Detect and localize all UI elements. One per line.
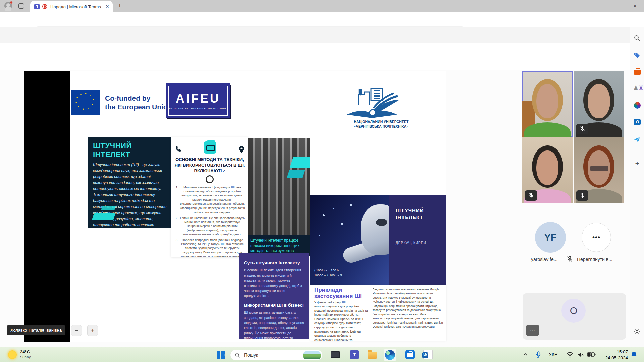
aifeu-logo: AIFEU AI in the EU Financial Institution… xyxy=(166,83,230,118)
weather-sun-icon[interactable] xyxy=(8,350,17,359)
presenter-name-label: Холявко Наталія Іванівна xyxy=(7,325,65,335)
start-button[interactable] xyxy=(217,351,225,359)
slide-methods: ОСНОВНІ МЕТОДИ ТА ТЕХНІКИ, ЯКІ ВИКОРИСТО… xyxy=(171,137,248,257)
tab-close-icon[interactable]: ✕ xyxy=(105,4,110,9)
weather-condition[interactable]: Sunny xyxy=(20,355,31,359)
examples-title-line1: Приклади xyxy=(314,287,342,293)
microsoft365-icon[interactable] xyxy=(633,102,641,110)
briefcase-icon xyxy=(204,141,216,154)
participant-video-tile[interactable] xyxy=(574,137,624,203)
taskbar-app-word-icon[interactable] xyxy=(423,350,433,360)
slide-examples: Приклади застосування ШІ У фінансовій сф… xyxy=(310,285,446,341)
view-more-participants-button[interactable]: ••• xyxy=(582,223,611,252)
circle-decoration xyxy=(206,175,214,183)
eu-cofunded-text: Co-funded by the European Union xyxy=(105,94,172,112)
taskbar-app-edge-icon[interactable] xyxy=(385,350,395,360)
edge-window: Нарада | Microsoft Teams ✕ + — ✕ https:/… xyxy=(0,0,644,362)
weather-temperature[interactable]: 24°C xyxy=(20,349,30,354)
meeting-stage: Co-funded by the European Union AIFEU AI… xyxy=(0,70,630,347)
sidebar-divider xyxy=(633,322,642,322)
slide-robot: ( 100² ) a + 100 b 10000 a + 100 b - 5 Ш… xyxy=(310,195,446,285)
university-logo: НАЦІОНАЛЬНИЙ УНІВЕРСИТЕТ «ЧЕРНІГІВСЬКА П… xyxy=(340,84,422,135)
taskbar-app-desktop-icon[interactable] xyxy=(331,350,341,360)
eu-flag-logo xyxy=(71,90,100,115)
list-item: Машинне навчання: Це підгалузь ШІ, яка с… xyxy=(179,185,246,215)
taskbar-app-explorer-icon[interactable] xyxy=(368,350,378,360)
wifi-icon[interactable] xyxy=(566,351,574,358)
zoom-out-button[interactable]: − xyxy=(71,325,82,336)
taskbar-app-store-icon[interactable] xyxy=(405,350,415,360)
window-close-button[interactable]: ✕ xyxy=(631,3,639,9)
slide-essence: Суть штучного інтелекту В основі ШІ лежи… xyxy=(239,253,309,339)
city-photo xyxy=(248,138,310,242)
notification-bell-icon[interactable] xyxy=(631,351,637,358)
language-indicator[interactable]: УКР xyxy=(549,352,557,357)
add-sidebar-app-icon[interactable]: + xyxy=(633,160,641,168)
taskbar-app-teams-icon[interactable]: T xyxy=(350,350,360,360)
workspaces-icon[interactable] xyxy=(18,3,24,9)
search-icon[interactable] xyxy=(633,34,641,42)
browser-addressbar: https://teams.microsoft.com/v2/?meetingj… xyxy=(0,12,644,27)
sidebar-divider xyxy=(633,150,642,150)
tray-mic-icon[interactable] xyxy=(535,351,541,358)
robot-slide-title: ШТУЧНИЙ ІНТЕЛЕКТ xyxy=(396,207,426,221)
clock[interactable]: 15:07 24.05.2024 xyxy=(600,349,628,361)
mic-muted-icon xyxy=(567,256,573,262)
time: 15:07 xyxy=(600,349,628,355)
games-icon[interactable]: ♟♜ xyxy=(633,84,641,93)
participant-avatar: O xyxy=(561,299,586,323)
participant-video-tile[interactable] xyxy=(574,71,624,137)
mic-muted-icon xyxy=(576,190,588,201)
examples-body: У фінансовій сфері ШІ використовується д… xyxy=(314,300,369,341)
examples-side-text: Завдяки технологіям машинного навчання G… xyxy=(373,287,444,329)
view-more-label: Переглянути в... xyxy=(577,257,612,262)
university-emblem-icon xyxy=(340,84,404,120)
window-minimize-button[interactable]: — xyxy=(590,3,598,9)
outlook-icon[interactable]: O xyxy=(633,119,641,127)
shopping-icon[interactable] xyxy=(633,52,641,60)
tab-recording-icon xyxy=(42,4,47,9)
window-maximize-button[interactable] xyxy=(611,3,619,9)
volume-muted-icon[interactable] xyxy=(577,351,584,358)
shared-screen-letterbox xyxy=(24,71,70,342)
overflow-participant-tile[interactable]: O ... xyxy=(523,293,626,340)
edge-sidebar: ♟♜ O + xyxy=(630,27,644,347)
browser-tab[interactable]: Нарада | Microsoft Teams ✕ xyxy=(30,1,113,12)
search-daily-image[interactable] xyxy=(303,351,321,359)
essence-text: В основі ШІ лежить ідея створення машин,… xyxy=(244,268,304,298)
new-tab-button[interactable]: + xyxy=(116,3,123,9)
mic-muted-icon xyxy=(576,124,588,134)
send-plane-icon[interactable] xyxy=(633,136,641,144)
taskbar-search[interactable]: Пошук xyxy=(230,350,323,360)
location-pin-icon xyxy=(238,145,245,154)
robot-slide-authors: ДЕРКАЧ, КИРЕЙ xyxy=(396,241,446,245)
date: 24.05.2024 xyxy=(600,355,628,361)
gear-icon[interactable] xyxy=(633,328,641,336)
methods-title: ОСНОВНІ МЕТОДИ ТА ТЕХНІКИ, ЯКІ ВИКОРИСТО… xyxy=(174,157,245,174)
participant-video-tile[interactable] xyxy=(522,71,573,137)
robot-slide-panel: ШТУЧНИЙ ІНТЕЛЕКТ ДЕРКАЧ, КИРЕЙ xyxy=(389,195,446,285)
examples-title-line2: застосування ШІ xyxy=(314,293,362,299)
list-item: Глибинне навчання: Це спеціалізована гал… xyxy=(179,216,246,237)
participant-avatar[interactable]: YF xyxy=(535,222,566,253)
robot-eye xyxy=(376,219,387,226)
participant-video-tile[interactable] xyxy=(522,137,573,203)
methods-list: Машинне навчання: Це підгалузь ШІ, яка с… xyxy=(179,185,246,257)
tile-more-button[interactable]: ... xyxy=(526,325,539,336)
teams-favicon xyxy=(34,4,40,9)
search-icon xyxy=(235,352,240,358)
formula-overlay: ( 100² ) a + 100 b 10000 a + 100 b - 5 xyxy=(314,268,342,278)
business-heading: Використання ШІ в бізнесі xyxy=(244,303,304,308)
slide-title: ШТУЧНИЙ ІНТЕЛЕКТ xyxy=(93,141,168,159)
zoom-in-button[interactable]: + xyxy=(87,325,98,336)
essence-heading: Суть штучного інтелекту xyxy=(244,260,304,265)
tools-icon[interactable] xyxy=(633,68,641,76)
profile-status-dot xyxy=(10,1,13,4)
browser-titlebar: Нарада | Microsoft Teams ✕ + — ✕ xyxy=(0,0,644,12)
phone-icon xyxy=(175,145,182,154)
windows-taskbar: 24°C Sunny Пошук T УКР 15:07 24.05.20 xyxy=(0,347,644,362)
list-item: Обробка природної мови (Natural Language… xyxy=(179,238,246,257)
hidden-icons-chevron[interactable] xyxy=(523,352,528,357)
battery-charging-icon[interactable] xyxy=(587,352,596,357)
participant-name-label: yaroslav fe... xyxy=(531,257,557,262)
